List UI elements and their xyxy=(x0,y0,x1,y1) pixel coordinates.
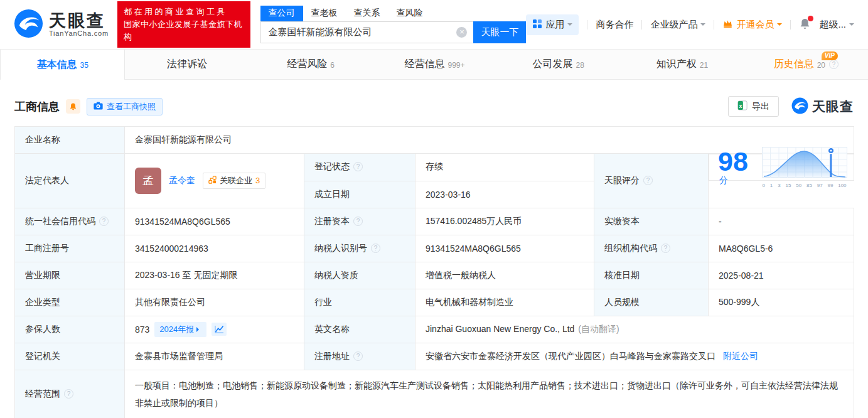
field-label: 实缴资本 xyxy=(594,208,709,235)
field-label: 人员规模 xyxy=(594,289,709,316)
avatar[interactable]: 孟 xyxy=(135,168,161,194)
slogan-banner: 都在用的商业查询工具 国家中小企业发展子基金旗下机构 xyxy=(117,1,250,48)
search-button[interactable]: 天眼一下 xyxy=(473,21,526,43)
score-distribution-chart[interactable]: 0131550859799100 xyxy=(762,147,847,188)
nav-cooperation[interactable]: 商务合作 xyxy=(596,19,633,31)
help-icon[interactable] xyxy=(643,176,653,185)
score-number: 98 xyxy=(718,146,748,176)
field-label: 统一社会信用代码 xyxy=(15,208,125,235)
search-tab-company[interactable]: 查公司 xyxy=(260,6,303,21)
tab-label: 历史信息 xyxy=(774,58,814,71)
nav-open-vip[interactable]: 开通会员 xyxy=(722,19,782,31)
tab-count: 21 xyxy=(700,61,708,70)
field-label: 营业期限 xyxy=(15,262,125,289)
divider xyxy=(714,20,714,29)
company-type-value: 其他有限责任公司 xyxy=(125,289,304,316)
annual-report-tag[interactable]: 2024年报 xyxy=(154,322,206,337)
watermark-text: 天眼查 xyxy=(812,98,854,115)
related-companies-badge[interactable]: 关联企业 3 xyxy=(203,173,265,189)
business-term-value: 2023-03-16 至 无固定期限 xyxy=(125,262,304,289)
table-row: 营业期限 2023-03-16 至 无固定期限 纳税人资质 增值税一般纳税人 核… xyxy=(15,262,854,289)
subscribe-bell-icon[interactable] xyxy=(66,99,80,114)
nearby-companies-link[interactable]: 附近公司 xyxy=(723,351,758,361)
tab-basic-info[interactable]: 基本信息 35 xyxy=(0,50,125,80)
top-header: 天眼查 TianYanCha.com 都在用的商业查询工具 国家中小企业发展子基… xyxy=(0,0,868,50)
related-label: 关联企业 xyxy=(220,175,252,186)
field-label: 注册地址 xyxy=(304,343,415,370)
help-icon[interactable] xyxy=(353,162,363,171)
help-icon[interactable] xyxy=(829,60,839,69)
tab-operation-risk[interactable]: 经营风险 6 xyxy=(249,50,373,79)
tab-business-info[interactable]: 经营信息 999+ xyxy=(373,50,496,79)
svg-text:x: x xyxy=(739,103,742,109)
field-label: 核准日期 xyxy=(594,262,709,289)
help-icon[interactable] xyxy=(64,389,73,399)
search-tab-risk[interactable]: 查风险 xyxy=(388,6,431,21)
search-input[interactable] xyxy=(260,21,474,43)
score-value: 98分 xyxy=(718,148,752,186)
crown-icon xyxy=(722,19,733,30)
tab-intellectual-property[interactable]: 知识产权 21 xyxy=(620,50,744,79)
insured-count-cell: 873 2024年报 xyxy=(125,316,304,343)
help-icon[interactable] xyxy=(353,217,363,226)
search-area: 查公司 查老板 查关系 查风险 天眼一下 xyxy=(260,6,527,43)
business-info-table: 企业名称 金寨国轩新能源有限公司 法定代表人 孟 孟令奎 关联企业 3 登记状态… xyxy=(14,126,854,418)
org-code-value: MA8Q6GL5-6 xyxy=(709,235,854,262)
search-tab-relation[interactable]: 查关系 xyxy=(346,6,388,21)
search-tab-boss[interactable]: 查老板 xyxy=(303,6,346,21)
field-label: 企业类型 xyxy=(15,289,125,316)
caret-right-icon xyxy=(196,327,201,332)
establish-date-value: 2023-03-16 xyxy=(415,181,594,208)
tab-count: 35 xyxy=(80,61,88,70)
taxpayer-quality-value: 增值税一般纳税人 xyxy=(415,262,594,289)
nav-account-label: 超级... xyxy=(819,19,846,31)
nav-account[interactable]: 超级... xyxy=(819,19,854,31)
tab-company-development[interactable]: 公司发展 28 xyxy=(496,50,620,79)
table-row: 参保人数 873 2024年报 英文名称 Jinzhai Guoxuan New… xyxy=(15,316,854,343)
tab-count: 28 xyxy=(576,61,584,70)
field-label: 企业名称 xyxy=(15,127,125,154)
export-button[interactable]: x 导出 xyxy=(728,96,779,117)
trend-chart-icon[interactable] xyxy=(212,323,227,336)
nav-apps-label: 应用 xyxy=(545,19,564,31)
slogan-line2: 国家中小企业发展子基金旗下机构 xyxy=(124,18,244,43)
staff-size-value: 500-999人 xyxy=(709,289,854,316)
tab-label: 法律诉讼 xyxy=(167,58,207,71)
camera-icon xyxy=(94,102,103,112)
tab-history-info[interactable]: VIP 历史信息 20 xyxy=(744,50,868,79)
snapshot-button[interactable]: 查看工商快照 xyxy=(87,98,163,115)
table-row: 统一社会信用代码 91341524MA8Q6GL565 注册资本 157416.… xyxy=(15,208,854,235)
tianyancha-logo-icon xyxy=(14,9,43,40)
tab-legal-litigation[interactable]: 法律诉讼 xyxy=(125,50,249,79)
help-icon[interactable] xyxy=(661,244,670,253)
help-icon[interactable] xyxy=(353,351,363,361)
table-row: 法定代表人 孟 孟令奎 关联企业 3 登记状态 存续 天眼评分 98分 xyxy=(15,154,854,181)
field-label: 工商注册号 xyxy=(15,235,125,262)
field-label: 登记状态 xyxy=(304,154,415,181)
help-icon[interactable] xyxy=(371,244,380,253)
insured-count-value: 873 xyxy=(135,324,149,335)
related-count: 3 xyxy=(255,176,260,185)
site-logo[interactable]: 天眼查 TianYanCha.com xyxy=(14,9,109,40)
nav-apps[interactable]: 应用 xyxy=(526,14,579,35)
legal-rep-link[interactable]: 孟令奎 xyxy=(169,175,195,186)
nav-enterprise-label: 企业级产品 xyxy=(650,19,697,31)
reg-address-cell: 安徽省六安市金寨经济开发区（现代产业园区）白马峰路与金家寨路交叉口 附近公司 xyxy=(415,343,854,370)
reg-address-value: 安徽省六安市金寨经济开发区（现代产业园区）白马峰路与金家寨路交叉口 xyxy=(426,351,715,361)
field-label: 英文名称 xyxy=(304,316,415,343)
field-label: 成立日期 xyxy=(304,181,415,208)
help-icon[interactable] xyxy=(99,217,109,226)
logo-title: 天眼查 xyxy=(49,12,109,29)
section-title: 工商信息 xyxy=(14,99,60,114)
notification-bell-icon[interactable] xyxy=(799,18,811,32)
field-label: 组织机构代码 xyxy=(594,235,709,262)
approval-date-value: 2025-08-21 xyxy=(709,262,854,289)
field-label: 纳税人资质 xyxy=(304,262,415,289)
divider xyxy=(641,20,642,29)
page-tabbar: 基本信息 35 法律诉讼 经营风险 6 经营信息 999+ 公司发展 28 知识… xyxy=(0,50,868,80)
search-tabs: 查公司 查老板 查关系 查风险 xyxy=(260,6,527,21)
auto-translate-note: (自动翻译) xyxy=(578,324,619,334)
field-label: 注册资本 xyxy=(304,208,415,235)
credit-code-value: 91341524MA8Q6GL565 xyxy=(125,208,304,235)
nav-enterprise[interactable]: 企业级产品 xyxy=(650,19,705,31)
